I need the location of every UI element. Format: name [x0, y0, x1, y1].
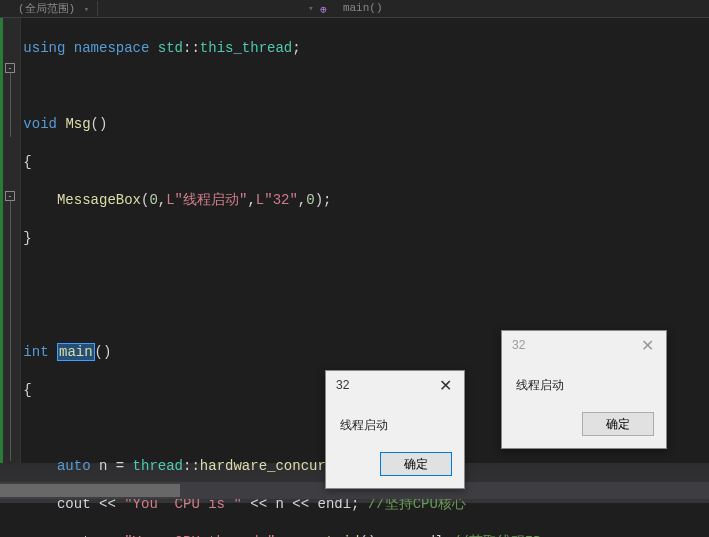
fold-toggle[interactable]: -: [5, 63, 15, 73]
dialog-title: 32: [336, 378, 349, 392]
code-line: void Msg(): [23, 115, 707, 134]
fold-toggle[interactable]: -: [5, 191, 15, 201]
function-dropdown[interactable]: ▾ main(): [298, 2, 390, 14]
code-line: using namespace std::this_thread;: [23, 39, 707, 58]
code-line: cout << "You CPU thread " << get_id() <<…: [23, 533, 707, 537]
function-label: main(): [343, 2, 383, 14]
code-line: }: [23, 229, 707, 248]
gutter: - -: [0, 18, 21, 463]
function-icon: [320, 3, 332, 15]
dialog-titlebar[interactable]: 32 ✕: [326, 371, 464, 399]
highlighted-identifier: main: [57, 343, 95, 361]
dialog-titlebar[interactable]: 32 ✕: [502, 331, 666, 359]
dialog-buttons: 确定: [502, 402, 666, 448]
chevron-down-icon: ▾: [308, 4, 313, 14]
fold-line: [10, 73, 11, 137]
dialog-title: 32: [512, 338, 525, 352]
code-line: MessageBox(0,L"线程启动",L"32",0);: [23, 191, 707, 210]
chevron-down-icon: ▾: [84, 5, 89, 15]
dialog-buttons: 确定: [326, 442, 464, 488]
dialog-message: 线程启动: [516, 378, 564, 392]
dialog-body: 线程启动: [326, 399, 464, 442]
dialog-message: 线程启动: [340, 418, 388, 432]
ok-button[interactable]: 确定: [582, 412, 654, 436]
dialog-body: 线程启动: [502, 359, 666, 402]
close-icon[interactable]: ✕: [433, 376, 458, 395]
message-box-active: 32 ✕ 线程启动 确定: [325, 370, 465, 489]
scope-label: (全局范围): [18, 3, 75, 15]
message-box-inactive: 32 ✕ 线程启动 确定: [501, 330, 667, 449]
change-marker: [0, 18, 3, 463]
close-icon[interactable]: ✕: [635, 336, 660, 355]
code-line: {: [23, 153, 707, 172]
ok-button[interactable]: 确定: [380, 452, 452, 476]
fold-line: [10, 201, 11, 461]
scrollbar-thumb[interactable]: [0, 484, 180, 497]
scope-dropdown[interactable]: (全局范围) ▾: [10, 1, 98, 16]
nav-bar: (全局范围) ▾ ▾ main(): [0, 0, 709, 18]
